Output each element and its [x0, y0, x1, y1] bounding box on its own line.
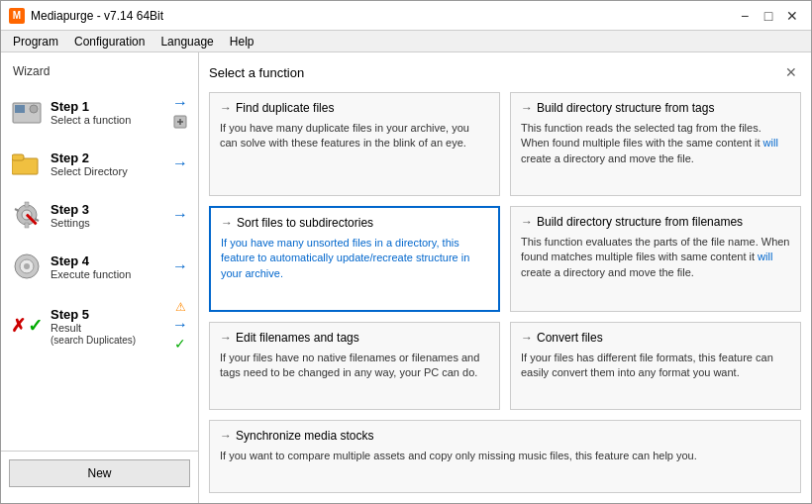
step5-number: Step 5	[51, 307, 164, 322]
func-sort-subdirs-title: Sort files to subdirectories	[237, 216, 373, 230]
svg-rect-7	[12, 154, 24, 160]
function-build-dir-tags[interactable]: → Build directory structure from tags Th…	[510, 92, 801, 196]
app-icon: M	[9, 8, 25, 24]
menu-help[interactable]: Help	[222, 33, 262, 50]
step3-desc: Settings	[51, 217, 164, 229]
func-find-duplicates-desc: If you have many duplicate files in your…	[220, 121, 489, 151]
step4-desc: Execute function	[51, 268, 164, 280]
minimize-button[interactable]: −	[734, 5, 756, 27]
step5-desc: Result(search Duplicates)	[51, 322, 164, 346]
func-find-duplicates-title: Find duplicate files	[236, 101, 334, 115]
func-convert-files-desc: If your files has different file formats…	[521, 351, 790, 381]
content-area: Wizard Step 1 Select a function →	[1, 52, 811, 503]
menu-language[interactable]: Language	[152, 33, 221, 50]
step3-number: Step 3	[51, 202, 164, 217]
step5-arrow: →	[172, 316, 188, 334]
svg-rect-11	[25, 223, 29, 228]
svg-point-2	[30, 105, 38, 113]
step1-desc: Select a function	[51, 114, 164, 126]
func-synchronize-media-desc: If you want to compare multiple assets a…	[220, 449, 790, 463]
panel-close-button[interactable]: ✕	[781, 62, 801, 82]
title-bar: M Mediapurge - v7.14 64Bit − □ ✕	[1, 1, 811, 31]
function-build-dir-filenames[interactable]: → Build directory structure from filenam…	[510, 206, 801, 312]
function-synchronize-media[interactable]: → Synchronize media stocks If you want t…	[209, 420, 801, 493]
sidebar: Wizard Step 1 Select a function →	[1, 52, 199, 503]
sidebar-item-step5[interactable]: ✗ ✓ Step 5 Result(search Duplicates) ⚠ →…	[1, 292, 198, 359]
sidebar-item-step3[interactable]: Step 3 Settings →	[1, 189, 198, 241]
func-synchronize-media-title: Synchronize media stocks	[236, 429, 373, 443]
step1-extra-icon	[172, 114, 188, 130]
step5-check2-icon: ✓	[174, 336, 186, 352]
step5-x-icon: ✗	[11, 315, 26, 337]
func-build-dir-filenames-title: Build directory structure from filenames	[537, 215, 743, 229]
svg-rect-10	[25, 202, 29, 207]
sidebar-item-step4[interactable]: Step 4 Execute function →	[1, 241, 198, 292]
function-find-duplicates[interactable]: → Find duplicate files If you have many …	[209, 92, 500, 196]
step1-icon	[11, 96, 43, 128]
function-edit-filenames-tags[interactable]: → Edit filenames and tags If your files …	[209, 322, 500, 410]
func-build-dir-tags-title: Build directory structure from tags	[537, 101, 714, 115]
step1-arrow: →	[172, 94, 188, 112]
step2-desc: Select Directory	[51, 165, 164, 177]
sidebar-bottom: New	[1, 451, 198, 495]
func-convert-files-title: Convert files	[537, 331, 603, 345]
step2-icon	[11, 148, 43, 179]
wizard-label: Wizard	[1, 60, 198, 82]
step3-icon	[11, 199, 43, 231]
step5-check-icon: ✓	[28, 315, 43, 337]
step4-arrow: →	[172, 257, 188, 275]
svg-rect-1	[15, 105, 25, 113]
func-sort-subdirs-desc: If you have many unsorted files in a dir…	[221, 236, 488, 281]
menu-bar: Program Configuration Language Help	[1, 31, 811, 52]
window-title: Mediapurge - v7.14 64Bit	[31, 9, 163, 23]
step2-number: Step 2	[51, 151, 164, 165]
func-build-dir-filenames-desc: This function evaluates the parts of the…	[521, 235, 790, 280]
new-button[interactable]: New	[9, 459, 190, 487]
maximize-button[interactable]: □	[758, 5, 779, 27]
panel-title: Select a function	[209, 65, 304, 80]
step3-arrow: →	[172, 206, 188, 224]
app-window: M Mediapurge - v7.14 64Bit − □ ✕ Program…	[0, 0, 812, 504]
menu-configuration[interactable]: Configuration	[66, 33, 152, 50]
panel-header: Select a function ✕	[209, 62, 801, 82]
window-controls: − □ ✕	[734, 5, 803, 27]
sidebar-item-step2[interactable]: Step 2 Select Directory →	[1, 138, 198, 189]
func-edit-filenames-tags-desc: If your files have no native filenames o…	[220, 351, 489, 381]
step5-icon: ✗ ✓	[11, 310, 43, 342]
menu-program[interactable]: Program	[5, 33, 66, 50]
func-edit-filenames-tags-title: Edit filenames and tags	[236, 331, 359, 345]
step5-warn-icon: ⚠	[175, 300, 186, 314]
step4-number: Step 4	[51, 253, 164, 268]
sidebar-item-step1[interactable]: Step 1 Select a function →	[1, 86, 198, 138]
func-build-dir-tags-desc: This function reads the selected tag fro…	[521, 121, 790, 166]
step1-number: Step 1	[51, 99, 164, 114]
function-convert-files[interactable]: → Convert files If your files has differ…	[510, 322, 801, 410]
function-sort-subdirs[interactable]: → Sort files to subdirectories If you ha…	[209, 206, 500, 312]
step2-arrow: →	[172, 154, 188, 172]
main-panel: Select a function ✕ → Find duplicate fil…	[199, 52, 811, 503]
svg-point-17	[24, 263, 30, 269]
step4-icon	[11, 251, 43, 282]
close-button[interactable]: ✕	[781, 5, 803, 27]
functions-grid: → Find duplicate files If you have many …	[209, 92, 801, 493]
